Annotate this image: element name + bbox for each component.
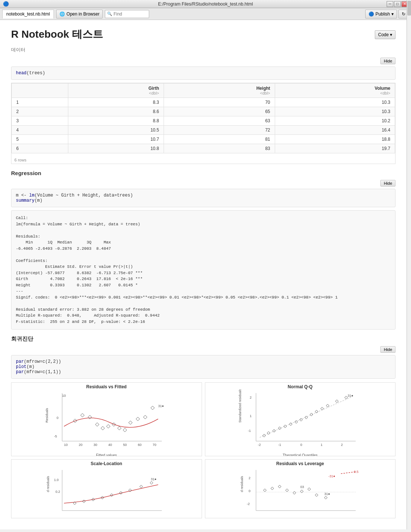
svg-text:31●: 31● — [347, 394, 353, 398]
table-cell: 3 — [12, 116, 68, 126]
open-browser-button[interactable]: 🌐 Open in Browser — [56, 10, 103, 18]
svg-text:-1: -1 — [248, 429, 251, 433]
plot4-title: Residuals vs Leverage — [205, 461, 395, 466]
plot4-box: Residuals vs Leverage 0.5 — [205, 459, 396, 518]
chunk3-container: Hide par(mfrow=c(2,2)) plot(m) par(mfrow… — [11, 346, 395, 379]
table-cell: 70 — [164, 98, 275, 107]
svg-text:-2: -2 — [247, 502, 250, 506]
table-row: 28.66510.3 — [12, 107, 395, 116]
chunk3-header: Hide — [11, 346, 395, 354]
tab-notebook-label: notebook_test.nb.html — [6, 11, 50, 17]
svg-text:0: 0 — [56, 416, 58, 420]
chunk3-line2: plot(m) — [16, 364, 391, 369]
svg-text:30: 30 — [93, 443, 97, 447]
scrollbar[interactable] — [407, 0, 411, 529]
plot2-x-label: Theoretical Quantiles — [205, 453, 395, 456]
svg-text:Residuals: Residuals — [45, 408, 49, 423]
scrollbar-thumb[interactable] — [407, 1, 411, 16]
hide-button-2[interactable]: Hide — [380, 180, 395, 187]
svg-marker-36 — [295, 420, 298, 423]
hide-button-3[interactable]: Hide — [380, 346, 395, 353]
hide-button-1[interactable]: Hide — [380, 58, 395, 64]
svg-marker-42 — [326, 404, 329, 407]
svg-marker-34 — [284, 425, 287, 428]
table-cell: 18.8 — [275, 135, 395, 144]
code-button[interactable]: Code ▾ — [375, 30, 395, 39]
maximize-button[interactable]: □ — [394, 1, 401, 7]
toolbar: notebook_test.nb.html 🌐 Open in Browser … — [0, 8, 411, 20]
publish-dropdown-icon: ▾ — [391, 11, 394, 17]
refresh-icon: ↻ — [402, 11, 405, 17]
svg-text:-31●: -31● — [328, 474, 335, 478]
svg-text:31●: 31● — [324, 492, 330, 496]
svg-text:2: 2 — [341, 443, 343, 447]
app-icon: 🔵 — [3, 1, 9, 7]
col-header-volume: Volume<dbl> — [275, 83, 395, 98]
svg-marker-76 — [271, 487, 274, 490]
svg-marker-41 — [321, 407, 323, 410]
svg-text:31●: 31● — [151, 477, 156, 481]
row-count: 6 rows — [11, 156, 395, 164]
svg-text:50: 50 — [123, 443, 127, 447]
search-icon: 🔍 — [107, 11, 112, 16]
page-title: R Notebook 테스트 — [11, 27, 103, 41]
svg-marker-40 — [315, 410, 318, 413]
plot1-svg: 31● 10 0 -5 10 20 30 40 50 60 70 Residua… — [11, 389, 202, 452]
table-cell: 10.3 — [275, 107, 395, 116]
plot1-box: Residuals vs Fitted — [11, 382, 202, 456]
plot2-box: Normal Q-Q — [205, 382, 396, 456]
plot1-x-label: Fitted values — [11, 453, 202, 456]
publish-button[interactable]: 🔵 Publish ▾ — [365, 10, 397, 18]
svg-marker-11 — [129, 421, 132, 424]
chunk3-code: par(mfrow=c(2,2)) plot(m) par(mfrow=c(1,… — [11, 355, 395, 379]
table-cell: 8.6 — [68, 107, 164, 116]
svg-text:10: 10 — [64, 443, 68, 447]
table-cell: 6 — [12, 144, 68, 153]
svg-text:40: 40 — [108, 443, 112, 447]
svg-text:d residuals: d residuals — [46, 476, 50, 492]
svg-text:60: 60 — [138, 443, 141, 447]
svg-text:31●: 31● — [158, 404, 164, 408]
svg-text:03: 03 — [300, 485, 304, 489]
svg-text:10: 10 — [62, 394, 66, 398]
chunk3-line1: par(mfrow=c(2,2)) — [16, 359, 391, 364]
col-header-girth: Girth<dbl> — [68, 83, 164, 98]
section1-label: 데이터 — [11, 47, 395, 53]
plots-row1: Residuals vs Fitted — [11, 382, 395, 456]
svg-text:-2: -2 — [258, 443, 261, 447]
svg-text:0: 0 — [300, 443, 302, 447]
plot2-title: Normal Q-Q — [205, 384, 395, 389]
table-cell: 16.4 — [275, 126, 395, 135]
chunk2-container: Hide m <- lm(Volume ~ Girth + Height, da… — [11, 180, 395, 207]
svg-text:0.5: 0.5 — [354, 470, 359, 474]
svg-marker-44 — [345, 396, 347, 399]
svg-text:1: 1 — [250, 414, 251, 418]
table-cell: 10.3 — [275, 98, 395, 107]
tab-notebook[interactable]: notebook_test.nb.html — [2, 10, 54, 18]
table-cell: 2 — [12, 107, 68, 116]
svg-marker-14 — [151, 406, 154, 410]
svg-marker-10 — [123, 428, 127, 432]
table-cell: 83 — [164, 144, 275, 153]
table-cell: 63 — [164, 116, 275, 126]
code-line2: summary(m) — [16, 198, 391, 203]
svg-marker-12 — [136, 417, 140, 421]
svg-marker-5 — [95, 423, 99, 426]
minimize-button[interactable]: ─ — [387, 1, 393, 7]
svg-text:d residuals: d residuals — [240, 476, 244, 492]
plot1-title: Residuals vs Fitted — [11, 384, 202, 389]
svg-line-72 — [341, 472, 356, 474]
plot4-svg: 0.5 03 31● — [205, 466, 395, 518]
svg-marker-3 — [81, 413, 84, 417]
chunk2-header: Hide — [11, 180, 395, 188]
svg-marker-7 — [106, 424, 110, 428]
table-cell: 1 — [12, 98, 68, 107]
plot3-box: Scale-Location 31● — [11, 459, 202, 518]
table-cell: 4 — [12, 126, 68, 135]
svg-text:1.0: 1.0 — [54, 478, 59, 482]
chunk2-code: m <- lm(Volume ~ Girth + Height, data=tr… — [11, 189, 395, 207]
table-cell: 5 — [12, 135, 68, 144]
publish-icon: 🔵 — [369, 11, 374, 17]
svg-line-29 — [260, 397, 352, 437]
table-row: 610.88319.7 — [12, 144, 395, 153]
